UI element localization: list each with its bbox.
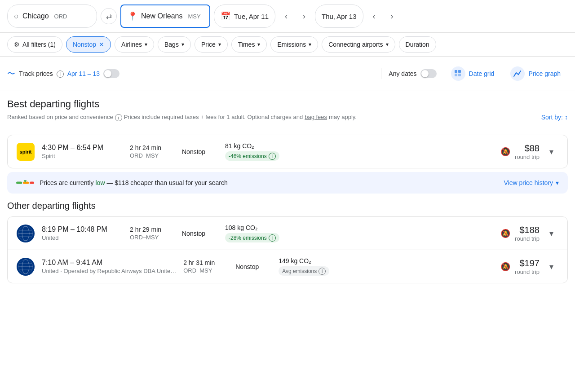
- filter-icon: ⚙: [14, 41, 20, 48]
- spirit-duration: 2 hr 24 min ORD–MSY: [130, 144, 175, 159]
- any-dates-toggle[interactable]: [420, 69, 437, 78]
- spirit-route: ORD–MSY: [130, 152, 175, 159]
- view-price-history-button[interactable]: View price history ▾: [504, 179, 559, 186]
- connecting-airports-filter-button[interactable]: Connecting airports ▾: [322, 36, 395, 53]
- price-graph-label: Price graph: [528, 70, 561, 77]
- depart-prev-button[interactable]: ‹: [279, 9, 293, 23]
- date-grid-label: Date grid: [469, 70, 495, 77]
- bag-fees-link[interactable]: bag fees: [305, 114, 327, 120]
- emissions-label: Emissions: [277, 41, 306, 48]
- united1-co2: 108 kg CO₂: [225, 224, 288, 231]
- spirit-logo-text: spirit: [20, 149, 32, 154]
- sort-by-button[interactable]: Sort by: ↕: [541, 114, 568, 121]
- destination-code: MSY: [188, 13, 200, 20]
- duration-label: Duration: [406, 41, 429, 48]
- spirit-flight-card[interactable]: spirit 4:30 PM – 6:54 PM Spirit 2 hr 24 …: [7, 135, 568, 168]
- svg-rect-2: [455, 74, 457, 76]
- track-prices-section: 〜 Track prices i Apr 11 – 13: [7, 68, 374, 79]
- times-chevron-icon: ▾: [257, 41, 260, 48]
- united1-expand-button[interactable]: ▾: [544, 226, 558, 241]
- depart-date-field[interactable]: 📅 Tue, Apr 11: [214, 4, 275, 28]
- spirit-price-section: 🔕 $88 round trip ▾: [500, 143, 558, 160]
- bags-filter-button[interactable]: Bags ▾: [158, 36, 191, 53]
- depart-next-button[interactable]: ›: [297, 9, 311, 23]
- all-filters-button[interactable]: ⚙ All filters (1): [7, 36, 62, 53]
- united2-times: 7:10 AM – 9:41 AM United · Operated by R…: [42, 259, 176, 274]
- united2-expand-icon: ▾: [549, 262, 553, 272]
- united-flight-card-2[interactable]: 7:10 AM – 9:41 AM United · Operated by R…: [8, 250, 567, 283]
- sort-by-label: Sort by:: [541, 114, 563, 121]
- return-date-field[interactable]: Thu, Apr 13: [315, 4, 363, 28]
- united1-arrive: 10:48 PM: [76, 225, 107, 233]
- spirit-duration-text: 2 hr 24 min: [130, 144, 175, 151]
- united2-expand-button[interactable]: ▾: [544, 260, 558, 274]
- depart-date: Tue, Apr 11: [234, 13, 269, 20]
- duration-filter-button[interactable]: Duration: [399, 36, 436, 53]
- may-apply-text: may apply.: [329, 114, 357, 120]
- track-prices-info-icon[interactable]: i: [57, 70, 64, 78]
- united1-duration-text: 2 hr 29 min: [130, 226, 175, 233]
- united1-emissions-info-icon[interactable]: i: [269, 234, 276, 242]
- track-prices-label: Track prices: [19, 70, 53, 77]
- prices-text: Prices include required taxes + fees for…: [124, 114, 303, 120]
- united1-times: 8:19 PM – 10:48 PM United: [42, 225, 123, 241]
- united-flight-card-1[interactable]: 8:19 PM – 10:48 PM United 2 hr 29 min OR…: [8, 217, 567, 250]
- other-flights-container: 8:19 PM – 10:48 PM United 2 hr 29 min OR…: [7, 216, 568, 283]
- best-flights-header: Best departing flights: [7, 98, 568, 112]
- swap-button[interactable]: ⇄: [101, 8, 117, 24]
- date-grid-button[interactable]: Date grid: [444, 63, 502, 84]
- view-history-chevron-icon: ▾: [556, 179, 559, 186]
- price-graph-button[interactable]: Price graph: [503, 63, 568, 84]
- track-prices-bar: 〜 Track prices i Apr 11 – 13 Any dates D…: [0, 57, 575, 91]
- nonstop-filter-button[interactable]: Nonstop ✕: [66, 36, 111, 53]
- price-low-label: low: [95, 179, 105, 186]
- united2-emissions-info-icon[interactable]: i: [318, 268, 326, 275]
- united-logo-1: [17, 225, 35, 242]
- bags-label: Bags: [164, 41, 179, 48]
- return-prev-button[interactable]: ‹: [367, 9, 381, 23]
- airlines-filter-button[interactable]: Airlines ▾: [115, 36, 154, 53]
- united2-co2: 149 kg CO₂: [279, 257, 341, 264]
- ranked-info-icon[interactable]: i: [115, 114, 122, 121]
- best-flights-title: Best departing flights: [7, 98, 99, 110]
- track-prices-toggle[interactable]: [103, 69, 119, 78]
- united1-price-type: round trip: [515, 235, 540, 242]
- view-history-label: View price history: [504, 179, 553, 186]
- spirit-emissions-info-icon[interactable]: i: [269, 153, 276, 160]
- price-filter-button[interactable]: Price ▾: [195, 36, 228, 53]
- emissions-filter-button[interactable]: Emissions ▾: [270, 36, 318, 53]
- united2-stops: Nonstop: [235, 263, 271, 270]
- times-label: Times: [238, 41, 255, 48]
- track-prices-chart-icon: 〜: [7, 68, 15, 79]
- spirit-arrive-time: 6:54 PM: [76, 144, 103, 151]
- origin-city: Chicago: [22, 12, 49, 20]
- price-prefix: Prices are currently: [40, 179, 94, 186]
- connecting-chevron-icon: ▾: [386, 41, 389, 48]
- united2-time-range: 7:10 AM – 9:41 AM: [42, 259, 176, 267]
- times-filter-button[interactable]: Times ▾: [231, 36, 267, 53]
- united2-price: $197: [515, 258, 540, 269]
- best-flights-meta: Ranked based on price and convenience i …: [7, 114, 568, 128]
- united2-duration-text: 2 hr 31 min: [183, 259, 228, 266]
- return-next-button[interactable]: ›: [385, 9, 399, 23]
- any-dates-label: Any dates: [389, 70, 416, 77]
- united2-emissions-badge: Avg emissions i: [279, 266, 329, 276]
- spirit-price: $88: [515, 143, 540, 154]
- emissions-chevron-icon: ▾: [309, 41, 311, 48]
- nonstop-label: Nonstop: [73, 41, 96, 48]
- united1-duration: 2 hr 29 min ORD–MSY: [130, 226, 175, 241]
- origin-field[interactable]: ○ Chicago ORD: [7, 4, 97, 28]
- spirit-stops: Nonstop: [182, 148, 218, 155]
- nonstop-close-icon[interactable]: ✕: [99, 41, 104, 48]
- return-date: Thu, Apr 13: [322, 13, 357, 20]
- date-grid-icon: [451, 66, 465, 81]
- any-dates-section: Any dates: [389, 69, 436, 78]
- united1-no-bag-icon: 🔕: [500, 229, 510, 238]
- united1-expand-icon: ▾: [549, 229, 553, 238]
- price-banner-text: Prices are currently low — $118 cheaper …: [40, 179, 499, 186]
- destination-field[interactable]: 📍 New Orleans MSY: [120, 4, 210, 28]
- destination-icon: 📍: [128, 11, 137, 21]
- spirit-logo: spirit: [17, 143, 35, 161]
- spirit-expand-button[interactable]: ▾: [544, 145, 558, 159]
- united1-route: ORD–MSY: [130, 234, 175, 241]
